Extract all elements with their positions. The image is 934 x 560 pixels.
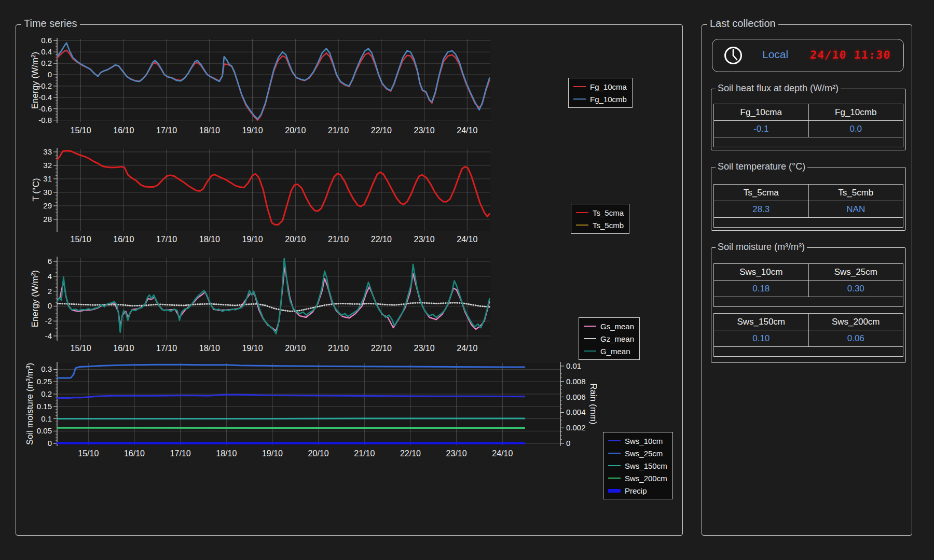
- y-tick-label: 0.25: [37, 377, 52, 386]
- x-tick-label: 15/10: [70, 126, 91, 135]
- value-cell: 0.0: [808, 121, 903, 137]
- y-tick-label: 0: [48, 70, 52, 79]
- x-tick-label: 24/10: [457, 235, 477, 244]
- x-tick-label: 15/10: [78, 449, 99, 458]
- x-tick-label: 24/10: [492, 449, 513, 458]
- x-tick-label: 19/10: [242, 344, 263, 353]
- y-tick-label: 0.2: [41, 389, 52, 398]
- x-tick-label: 20/10: [285, 126, 306, 135]
- legend-chart-3[interactable]: Gs_meanGz_meanG_mean: [579, 317, 640, 360]
- legend-item: Sws_150cm: [608, 460, 667, 471]
- soil-moisture-table-deep: Sws_150cm Sws_200cm 0.10 0.06: [713, 313, 903, 357]
- legend-label: Gs_mean: [600, 322, 634, 331]
- right-tick-label: 0.01: [566, 361, 581, 370]
- legend-label: Sws_10cm: [625, 437, 663, 445]
- y-tick-label: 0: [48, 301, 52, 310]
- soil-heat-flux-groupbox: Soil heat flux at depth (W/m²) Fg_10cma …: [711, 89, 906, 150]
- right-tick-label: 0.004: [566, 408, 586, 416]
- y-tick-label: 0.6: [41, 36, 52, 45]
- x-tick-label: 22/10: [400, 449, 421, 458]
- legend-label: G_mean: [600, 347, 630, 356]
- table-header-row: Sws_150cm Sws_200cm: [714, 314, 903, 330]
- soil-temperature-title: Soil temperature (°C): [716, 161, 807, 172]
- y-tick-label: 0.4: [41, 47, 52, 56]
- x-tick-label: 16/10: [113, 126, 134, 135]
- x-tick-label: 24/10: [457, 126, 477, 135]
- clock-timezone-label: Local: [762, 48, 788, 61]
- legend-item: Ts_5cma: [576, 207, 624, 218]
- legend-label: Sws_25cm: [625, 449, 663, 458]
- x-tick-label: 16/10: [113, 344, 134, 353]
- column-header: Sws_150cm: [714, 314, 809, 330]
- x-tick-label: 21/10: [354, 449, 375, 458]
- legend-item: Fg_10cmb: [573, 94, 627, 104]
- x-tick-label: 16/10: [124, 449, 145, 458]
- x-tick-label: 18/10: [199, 344, 220, 353]
- x-tick-label: 20/10: [285, 235, 306, 244]
- column-header: Fg_10cmb: [808, 104, 903, 121]
- legend-swatch-Sws_10cm: [608, 440, 621, 441]
- value-cell: 0.10: [714, 330, 809, 347]
- soil-moisture-table-shallow: Sws_10cm Sws_25cm 0.18 0.30: [713, 263, 903, 307]
- legend-label: Ts_5cma: [593, 208, 624, 217]
- x-tick-label: 15/10: [70, 344, 91, 353]
- right-tick-label: 0.008: [566, 377, 586, 386]
- legend-chart-4[interactable]: Sws_10cmSws_25cmSws_150cmSws_200cmPrecip: [603, 432, 673, 499]
- legend-label: Gz_mean: [600, 334, 634, 343]
- empty-cell: [714, 218, 903, 228]
- empty-cell: [714, 347, 903, 357]
- y-tick-label: -0.8: [38, 116, 52, 124]
- table-header-row: Ts_5cma Ts_5cmb: [714, 185, 903, 201]
- soil-heat-flux-table: Fg_10cma Fg_10cmb -0.1 0.0: [713, 104, 903, 147]
- x-tick-label: 23/10: [414, 235, 435, 244]
- legend-swatch-Sws_25cm: [608, 453, 621, 454]
- y-tick-label: 29: [43, 201, 52, 210]
- y-tick-label: 0.05: [37, 426, 52, 435]
- plot-area: [57, 363, 560, 445]
- legend-chart-2[interactable]: Ts_5cmaTs_5cmb: [571, 204, 629, 234]
- table-header-row: Fg_10cma Fg_10cmb: [714, 104, 903, 121]
- value-cell: 0.18: [714, 281, 809, 297]
- right-tick-label: 0.006: [566, 393, 586, 401]
- empty-cell: [714, 297, 903, 307]
- legend-item: Sws_200cm: [608, 473, 667, 483]
- legend-swatch-Gs_mean: [584, 326, 596, 327]
- legend-swatch-Sws_200cm: [608, 478, 621, 479]
- plot-area: [57, 149, 490, 231]
- legend-item: Gs_mean: [584, 321, 634, 331]
- y-tick-label: 28: [43, 215, 52, 223]
- column-header: Sws_10cm: [714, 264, 809, 281]
- series-line-Sws_150cm: [58, 418, 525, 419]
- y-tick-label: -0.6: [38, 104, 52, 113]
- clock-icon: [723, 45, 744, 66]
- x-tick-label: 21/10: [328, 235, 349, 244]
- x-tick-label: 16/10: [113, 235, 134, 244]
- x-tick-label: 23/10: [414, 344, 435, 353]
- right-tick-label: 0.002: [566, 423, 586, 432]
- table-value-row: 0.10 0.06: [714, 330, 903, 347]
- table-empty-row: [714, 218, 903, 228]
- x-tick-label: 23/10: [414, 126, 435, 135]
- y-tick-label: 33: [43, 147, 52, 156]
- x-tick-label: 20/10: [308, 449, 329, 458]
- y-tick-label: 0.15: [37, 402, 52, 411]
- legend-swatch-Gz_mean: [584, 338, 596, 339]
- legend-item: Fg_10cma: [573, 81, 627, 92]
- value-cell: -0.1: [714, 121, 809, 137]
- legend-item: Sws_25cm: [608, 448, 667, 458]
- legend-swatch-Fg_10cmb: [573, 99, 586, 100]
- x-tick-label: 19/10: [262, 449, 283, 458]
- y-tick-label: 0.1: [41, 414, 52, 423]
- legend-swatch-Ts_5cma: [576, 212, 588, 213]
- x-tick-label: 22/10: [371, 126, 392, 135]
- chart2-y-axis-label: T (°C): [31, 178, 42, 201]
- column-header: Ts_5cma: [714, 185, 809, 201]
- x-tick-label: 15/10: [70, 235, 91, 244]
- table-value-row: 0.18 0.30: [714, 281, 903, 297]
- x-tick-label: 24/10: [457, 344, 477, 353]
- table-empty-row: [714, 347, 903, 357]
- column-header: Ts_5cmb: [808, 185, 903, 201]
- legend-swatch-Ts_5cmb: [576, 225, 588, 226]
- legend-chart-1[interactable]: Fg_10cmaFg_10cmb: [568, 78, 633, 108]
- chart3-y-axis-label: Energy (W/m²): [30, 270, 40, 328]
